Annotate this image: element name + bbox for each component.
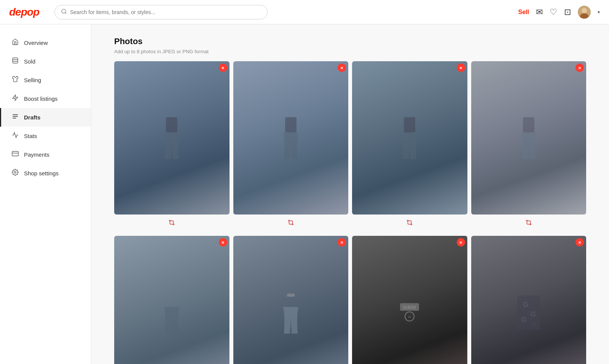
logo[interactable]: depop <box>9 6 39 18</box>
photo-grid-row1: × × <box>114 61 586 215</box>
svg-text:G: G <box>531 310 536 318</box>
svg-text:G: G <box>523 301 528 308</box>
sidebar-item-settings[interactable]: Shop settings <box>0 164 91 183</box>
drafts-icon <box>12 113 19 122</box>
photo-7[interactable]: GUESS G × <box>352 236 467 364</box>
sidebar-item-label: Overview <box>24 40 48 46</box>
stats-icon <box>12 132 19 140</box>
sold-icon <box>12 57 19 66</box>
svg-marker-8 <box>13 95 18 101</box>
photo-remove-5[interactable]: × <box>219 238 227 246</box>
svg-point-0 <box>62 9 66 13</box>
svg-text:G: G <box>532 321 537 327</box>
svg-text:GUESS: GUESS <box>403 305 416 310</box>
favorites-icon[interactable]: ♡ <box>550 7 557 17</box>
svg-rect-15 <box>523 117 534 132</box>
svg-text:G: G <box>521 316 526 324</box>
payments-icon <box>12 150 19 159</box>
sidebar-item-label: Shop settings <box>24 170 59 176</box>
photo-remove-1[interactable]: × <box>219 64 227 72</box>
sidebar-item-drafts[interactable]: Drafts <box>0 108 91 127</box>
user-avatar[interactable] <box>578 6 591 19</box>
topbar-actions: Sell ✉ ♡ ⊡ ▾ <box>518 6 600 19</box>
photos-subtitle: Add up to 8 photos in JPEG or PNG format <box>114 49 586 54</box>
settings-icon <box>12 169 19 178</box>
photo-1[interactable]: × <box>114 61 230 215</box>
sidebar-item-overview[interactable]: Overview <box>0 33 91 52</box>
crop-icon-3[interactable] <box>352 218 467 229</box>
svg-line-1 <box>65 13 66 14</box>
svg-point-11 <box>14 172 16 173</box>
sidebar-item-selling[interactable]: Selling <box>0 71 91 89</box>
bag-icon[interactable]: ⊡ <box>564 7 571 17</box>
sidebar-item-label: Sold <box>24 58 35 65</box>
svg-point-3 <box>582 8 587 13</box>
sidebar-item-label: Drafts <box>24 114 40 121</box>
page-layout: Overview Sold Selling Boost listings Dra… <box>0 24 609 364</box>
photo-remove-2[interactable]: × <box>338 64 346 72</box>
photo-4[interactable]: × <box>471 61 587 215</box>
svg-rect-12 <box>166 117 177 132</box>
photo-remove-3[interactable]: × <box>457 64 465 72</box>
crop-icon-2[interactable] <box>233 218 349 229</box>
search-bar[interactable] <box>54 5 268 19</box>
svg-rect-16 <box>287 294 295 297</box>
svg-rect-5 <box>13 58 18 63</box>
messages-icon[interactable]: ✉ <box>536 7 543 17</box>
photo-2[interactable]: × <box>233 61 349 215</box>
sidebar-item-label: Stats <box>24 133 37 139</box>
photo-3[interactable]: × <box>352 61 467 215</box>
topbar: depop Sell ✉ ♡ ⊡ ▾ <box>0 0 609 24</box>
svg-rect-14 <box>404 117 415 132</box>
svg-rect-13 <box>285 117 297 132</box>
sidebar: Overview Sold Selling Boost listings Dra… <box>0 24 91 364</box>
sidebar-item-label: Selling <box>24 77 41 83</box>
sidebar-item-label: Boost listings <box>24 95 57 102</box>
sidebar-item-boost[interactable]: Boost listings <box>0 89 91 108</box>
search-icon <box>61 8 67 16</box>
crop-icon-4[interactable] <box>471 218 587 229</box>
user-chevron-icon[interactable]: ▾ <box>598 10 600 15</box>
photos-title: Photos <box>114 37 586 46</box>
main-content: Photos Add up to 8 photos in JPEG or PNG… <box>91 24 609 364</box>
photo-remove-7[interactable]: × <box>457 238 465 246</box>
crop-icon-1[interactable] <box>114 218 230 229</box>
sidebar-item-sold[interactable]: Sold <box>0 52 91 71</box>
photos-section: Photos Add up to 8 photos in JPEG or PNG… <box>114 37 586 364</box>
photo-8[interactable]: G G G G × <box>471 236 587 364</box>
svg-text:G: G <box>408 315 411 319</box>
photo-6[interactable]: × <box>233 236 349 364</box>
photo-grid-row2: × × GUESS <box>114 236 586 364</box>
sidebar-item-stats[interactable]: Stats <box>0 127 91 145</box>
boost-icon <box>12 94 19 103</box>
photo-5[interactable]: × <box>114 236 230 364</box>
sidebar-item-payments[interactable]: Payments <box>0 145 91 164</box>
svg-rect-9 <box>12 151 19 156</box>
photo-remove-4[interactable]: × <box>576 64 584 72</box>
shirt-icon <box>12 76 19 84</box>
search-input[interactable] <box>70 9 261 15</box>
sidebar-item-label: Payments <box>24 151 49 158</box>
sell-button[interactable]: Sell <box>518 9 529 16</box>
crop-icons-row1 <box>114 218 586 229</box>
home-icon <box>12 38 19 47</box>
svg-rect-21 <box>517 296 540 330</box>
